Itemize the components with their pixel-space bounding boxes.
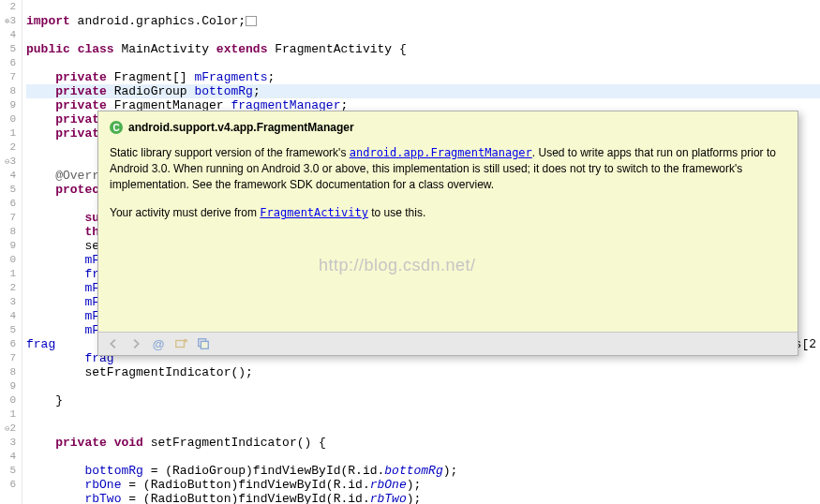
show-in-view-icon[interactable] (173, 336, 188, 351)
javadoc-tooltip: C android.support.v4.app.FragmentManager… (97, 111, 798, 356)
tooltip-paragraph: Static library support version of the fr… (110, 145, 786, 192)
svg-rect-2 (201, 341, 208, 348)
forward-icon[interactable] (128, 336, 143, 351)
fragmentactivity-link[interactable]: FragmentActivity (260, 206, 368, 219)
current-line: private RadioGroup bottomRg; (26, 84, 820, 98)
fragmentmanager-link[interactable]: android.app.FragmentManager (350, 146, 532, 159)
open-external-icon[interactable] (196, 336, 211, 351)
tooltip-content[interactable]: C android.support.v4.app.FragmentManager… (98, 111, 798, 332)
class-icon: C (110, 121, 123, 134)
tooltip-toolbar: @ (98, 332, 798, 355)
line-gutter: 2 ⊕3 4 5 6 7 8 9 0 1 2 ⊖3 4 5 6 7 8 9 0 … (0, 0, 22, 504)
back-icon[interactable] (106, 336, 121, 351)
annotation-icon[interactable]: @ (151, 336, 166, 351)
tooltip-paragraph: Your activity must derive from FragmentA… (110, 205, 786, 221)
svg-rect-0 (176, 341, 185, 348)
tooltip-title-text: android.support.v4.app.FragmentManager (128, 121, 354, 134)
